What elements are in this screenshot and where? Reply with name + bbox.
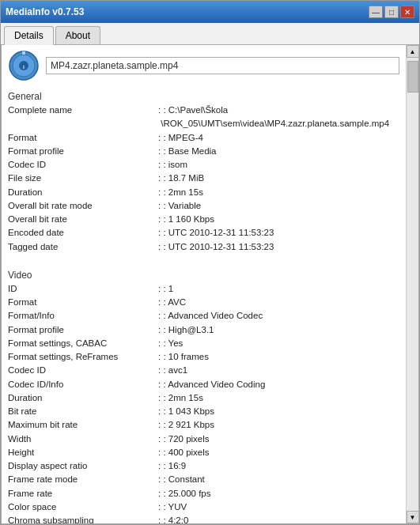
row-value: : 2 921 Kbps bbox=[158, 418, 214, 432]
info-row: Overall bit rate: 1 160 Kbps bbox=[8, 213, 399, 226]
row-value: : 2mn 15s bbox=[158, 186, 203, 199]
scrollbar[interactable]: ▲ ▼ bbox=[406, 45, 418, 523]
row-value: : 25.000 fps bbox=[158, 487, 211, 500]
complete-name-row: Complete name : C:\Pavel\Škola ​\ROK_05\… bbox=[8, 104, 399, 131]
general-section: General Complete name : C:\Pavel\Škola ​… bbox=[8, 91, 399, 254]
row-value: : UTC 2010-12-31 11:53:23 bbox=[158, 226, 274, 240]
row-value: : 4:2:0 bbox=[158, 514, 188, 523]
info-row: ID: 1 bbox=[8, 282, 399, 296]
row-label: Encoded date bbox=[8, 226, 158, 240]
row-label: Duration bbox=[8, 391, 158, 405]
row-label: Format bbox=[8, 296, 158, 309]
title-bar: MediaInfo v0.7.53 — □ ✕ bbox=[1, 1, 419, 23]
close-button[interactable]: ✕ bbox=[400, 6, 414, 18]
info-row: Format/Info: Advanced Video Codec bbox=[8, 309, 399, 323]
info-row: Frame rate mode: Constant bbox=[8, 473, 399, 486]
row-value: : UTC 2010-12-31 11:53:23 bbox=[158, 240, 274, 254]
minimize-button[interactable]: — bbox=[369, 6, 383, 18]
row-label: Chroma subsampling bbox=[8, 514, 158, 523]
row-label: Format profile bbox=[8, 323, 158, 337]
content-area: i General Complete name : C:\Pavel\Škola… bbox=[1, 45, 419, 524]
main-content: i General Complete name : C:\Pavel\Škola… bbox=[2, 45, 406, 523]
row-value: : avc1 bbox=[158, 364, 187, 377]
scroll-track[interactable] bbox=[407, 58, 418, 511]
row-label: Duration bbox=[8, 186, 158, 199]
row-label: Frame rate bbox=[8, 487, 158, 500]
row-label: Codec ID/Info bbox=[8, 378, 158, 391]
svg-text:i: i bbox=[23, 64, 25, 70]
row-value: : 16:9 bbox=[158, 459, 186, 473]
mp4-file-icon: i bbox=[8, 50, 40, 81]
row-value: : Base Media bbox=[158, 145, 217, 158]
info-row: Codec ID: avc1 bbox=[8, 364, 399, 377]
info-row: Overall bit rate mode: Variable bbox=[8, 199, 399, 213]
row-value: : 18.7 MiB bbox=[158, 172, 204, 185]
maximize-button[interactable]: □ bbox=[384, 6, 399, 18]
info-row: Bit rate: 1 043 Kbps bbox=[8, 405, 399, 418]
window-title: MediaInfo v0.7.53 bbox=[6, 6, 84, 17]
row-value: : 400 pixels bbox=[158, 446, 210, 459]
row-label: Color space bbox=[8, 500, 158, 514]
info-row: Duration: 2mn 15s bbox=[8, 391, 399, 405]
row-label: Height bbox=[8, 446, 158, 459]
row-label: Codec ID bbox=[8, 158, 158, 172]
info-row: Codec ID: isom bbox=[8, 158, 399, 172]
tab-bar: Details About bbox=[1, 23, 419, 45]
info-row: Height: 400 pixels bbox=[8, 446, 399, 459]
row-value: : Advanced Video Coding bbox=[158, 378, 265, 391]
info-row: Format profile: Base Media bbox=[8, 145, 399, 158]
info-row: Encoded date: UTC 2010-12-31 11:53:23 bbox=[8, 226, 399, 240]
row-value: : 2mn 15s bbox=[158, 391, 203, 405]
scroll-down-arrow[interactable]: ▼ bbox=[407, 511, 419, 523]
row-label: Overall bit rate mode bbox=[8, 199, 158, 213]
tab-about[interactable]: About bbox=[55, 26, 100, 44]
row-value: : 1 043 Kbps bbox=[158, 405, 214, 418]
row-label: Tagged date bbox=[8, 240, 158, 254]
info-row: Display aspect ratio: 16:9 bbox=[8, 459, 399, 473]
complete-name-value: : C:\Pavel\Škola ​\ROK_05\UMT\sem\videa\… bbox=[158, 104, 389, 131]
row-label: Bit rate bbox=[8, 405, 158, 418]
info-row: Chroma subsampling: 4:2:0 bbox=[8, 514, 399, 523]
row-value: : 720 pixels bbox=[158, 432, 210, 446]
info-row: Format profile: High@L3.1 bbox=[8, 323, 399, 337]
info-row: Tagged date: UTC 2010-12-31 11:53:23 bbox=[8, 240, 399, 254]
row-value: : 1 bbox=[158, 282, 173, 296]
row-value: : 1 160 Kbps bbox=[158, 213, 214, 226]
row-label: Format profile bbox=[8, 145, 158, 158]
info-row: Frame rate: 25.000 fps bbox=[8, 487, 399, 500]
row-label: Maximum bit rate bbox=[8, 418, 158, 432]
row-value: : Yes bbox=[158, 337, 183, 350]
row-value: : isom bbox=[158, 158, 187, 172]
info-row: Format: AVC bbox=[8, 296, 399, 309]
row-label: Codec ID bbox=[8, 364, 158, 377]
row-label: Format settings, CABAC bbox=[8, 337, 158, 350]
file-name-input[interactable] bbox=[46, 57, 399, 74]
info-row: Width: 720 pixels bbox=[8, 432, 399, 446]
scroll-thumb[interactable] bbox=[407, 61, 418, 93]
video-section: Video ID: 1Format: AVCFormat/Info: Advan… bbox=[8, 270, 399, 523]
row-label: Display aspect ratio bbox=[8, 459, 158, 473]
info-row: Maximum bit rate: 2 921 Kbps bbox=[8, 418, 399, 432]
window-controls: — □ ✕ bbox=[369, 6, 414, 18]
row-label: Format/Info bbox=[8, 309, 158, 323]
info-row: Format: MPEG-4 bbox=[8, 131, 399, 145]
scroll-up-arrow[interactable]: ▲ bbox=[407, 45, 419, 58]
info-row: Format settings, CABAC: Yes bbox=[8, 337, 399, 350]
row-value: : AVC bbox=[158, 296, 186, 309]
info-row: Codec ID/Info: Advanced Video Coding bbox=[8, 378, 399, 391]
complete-name-label: Complete name bbox=[8, 104, 158, 131]
row-label: File size bbox=[8, 172, 158, 185]
tab-details[interactable]: Details bbox=[4, 26, 54, 45]
row-label: Format bbox=[8, 131, 158, 145]
info-row: Duration: 2mn 15s bbox=[8, 186, 399, 199]
row-value: : Variable bbox=[158, 199, 201, 213]
row-label: Frame rate mode bbox=[8, 473, 158, 486]
file-header: i bbox=[8, 50, 399, 85]
video-title: Video bbox=[8, 270, 399, 281]
general-title: General bbox=[8, 91, 399, 102]
main-window: MediaInfo v0.7.53 — □ ✕ Details About i bbox=[0, 0, 420, 525]
svg-rect-4 bbox=[22, 51, 25, 55]
general-rows: Format: MPEG-4Format profile: Base Media… bbox=[8, 131, 399, 254]
row-value: : 10 frames bbox=[158, 350, 209, 364]
row-label: Format settings, ReFrames bbox=[8, 350, 158, 364]
